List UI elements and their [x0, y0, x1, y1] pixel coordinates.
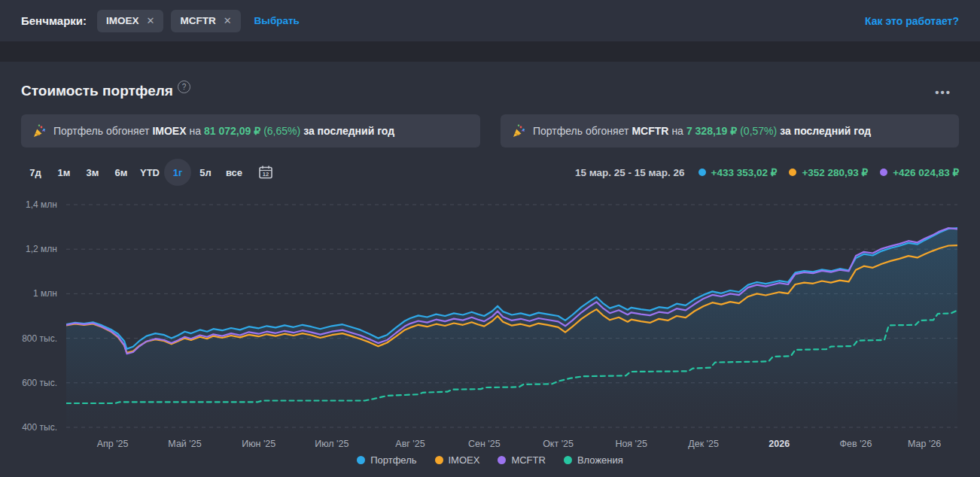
- x-tick-label: Апр '25: [97, 439, 129, 449]
- series-dot-icon: [880, 169, 887, 176]
- delta-value: +433 353,02 ₽: [711, 166, 778, 178]
- range-button-1[interactable]: 1м: [50, 159, 78, 186]
- range-button-6[interactable]: 5л: [191, 159, 220, 186]
- banner-text: Портфель обгоняетMCFTRна7 328,19 ₽(0,57%…: [533, 125, 874, 137]
- help-icon[interactable]: ?: [178, 81, 190, 93]
- x-tick-label: Фев '26: [840, 439, 872, 449]
- remove-benchmark-icon[interactable]: ✕: [224, 16, 232, 26]
- x-tick-label: Окт '25: [543, 439, 574, 449]
- benchmark-chip-imoex[interactable]: IMOEX ✕: [97, 10, 163, 32]
- x-tick-label: Дек '25: [688, 439, 719, 449]
- chart-controls: 7д1м3м6мYTD1г5лвсе 12 15 мар. 25 - 15 ма…: [21, 157, 959, 187]
- date-range-label: 15 мар. 25 - 15 мар. 26: [575, 167, 685, 178]
- celebration-icon: [513, 124, 525, 138]
- how-it-works-link[interactable]: Как это работает?: [865, 15, 959, 27]
- benchmarks-label: Бенчмарки:: [21, 14, 87, 27]
- range-selector: 7д1м3м6мYTD1г5лвсе: [21, 159, 248, 186]
- x-tick-label: Июл '25: [315, 439, 348, 449]
- legend-dot-icon: [564, 456, 572, 464]
- legend-dot-icon: [357, 456, 365, 464]
- chip-label: MCFTR: [180, 15, 215, 26]
- y-tick-label: 800 тыс.: [0, 333, 57, 344]
- legend-label: MCFTR: [511, 454, 546, 466]
- range-button-7[interactable]: все: [220, 159, 248, 186]
- x-tick-label: Сен '25: [468, 439, 501, 449]
- series-dot-icon: [789, 169, 796, 176]
- benchmark-chip-mcftr[interactable]: MCFTR ✕: [171, 10, 240, 32]
- remove-benchmark-icon[interactable]: ✕: [147, 16, 155, 26]
- page-title: Стоимость портфеля: [21, 83, 173, 100]
- delta-item-2: +426 024,83 ₽: [880, 166, 959, 178]
- legend-item-IMOEX[interactable]: IMOEX: [435, 454, 480, 466]
- calendar-button[interactable]: 12: [257, 164, 274, 181]
- banner-text: Портфель обгоняетIMOEXна81 072,09 ₽(6,65…: [53, 125, 397, 137]
- legend-label: Портфель: [370, 454, 416, 466]
- select-benchmark-link[interactable]: Выбрать: [254, 15, 300, 26]
- delta-values: +433 353,02 ₽+352 280,93 ₽+426 024,83 ₽: [698, 166, 959, 178]
- chart-plot-area[interactable]: [66, 194, 957, 435]
- calendar-icon: 12: [257, 164, 274, 181]
- x-tick-label: 2026: [768, 439, 790, 449]
- legend-label: Вложения: [577, 454, 623, 466]
- benchmarks-bar: Бенчмарки: IMOEX ✕ MCFTR ✕ Выбрать Как э…: [0, 0, 980, 41]
- portfolio-screen: Бенчмарки: IMOEX ✕ MCFTR ✕ Выбрать Как э…: [0, 0, 980, 477]
- more-menu-icon[interactable]: •••: [935, 86, 951, 99]
- legend-item-MCFTR[interactable]: MCFTR: [498, 454, 546, 466]
- x-tick-label: Авг '25: [395, 439, 425, 449]
- delta-item-1: +352 280,93 ₽: [789, 166, 868, 178]
- x-tick-label: Мар '26: [908, 439, 941, 449]
- y-tick-label: 600 тыс.: [0, 378, 57, 388]
- legend-dot-icon: [435, 456, 443, 464]
- legend-item-Портфель[interactable]: Портфель: [357, 454, 416, 466]
- series-dot-icon: [698, 169, 706, 176]
- legend-label: IMOEX: [449, 454, 480, 466]
- x-tick-label: Май '25: [168, 439, 201, 449]
- chip-label: IMOEX: [106, 15, 139, 26]
- period-summary: 15 мар. 25 - 15 мар. 26 +433 353,02 ₽+35…: [575, 166, 959, 178]
- delta-value: +352 280,93 ₽: [802, 166, 868, 178]
- legend-dot-icon: [498, 456, 506, 464]
- range-button-0[interactable]: 7д: [21, 159, 50, 186]
- delta-item-0: +433 353,02 ₽: [698, 166, 778, 178]
- outperform-banner-imoex: Портфель обгоняетIMOEXна81 072,09 ₽(6,65…: [21, 114, 480, 147]
- y-tick-label: 1 млн: [0, 288, 57, 299]
- outperform-banner-mcftr: Портфель обгоняетMCFTRна7 328,19 ₽(0,57%…: [501, 114, 959, 147]
- range-button-2[interactable]: 3м: [78, 159, 107, 186]
- y-tick-label: 1,2 млн: [0, 244, 57, 254]
- delta-value: +426 024,83 ₽: [893, 166, 959, 178]
- x-tick-label: Ноя '25: [615, 439, 647, 449]
- celebration-icon: [33, 124, 46, 138]
- range-button-5[interactable]: 1г: [164, 159, 191, 186]
- chart-legend: ПортфельIMOEXMCFTRВложения: [0, 454, 980, 466]
- svg-text:12: 12: [263, 171, 269, 178]
- legend-item-Вложения[interactable]: Вложения: [564, 454, 623, 466]
- y-tick-label: 400 тыс.: [0, 422, 57, 433]
- y-tick-label: 1,4 млн: [0, 199, 57, 210]
- range-button-3[interactable]: 6м: [107, 159, 135, 186]
- x-tick-label: Июн '25: [242, 439, 275, 449]
- x-axis: Апр '25Май '25Июн '25Июл '25Авг '25Сен '…: [66, 439, 957, 454]
- range-button-4[interactable]: YTD: [135, 159, 164, 186]
- area-fill: [66, 228, 957, 435]
- portfolio-chart[interactable]: 1,4 млн1,2 млн1 млн800 тыс.600 тыс.400 т…: [0, 194, 980, 435]
